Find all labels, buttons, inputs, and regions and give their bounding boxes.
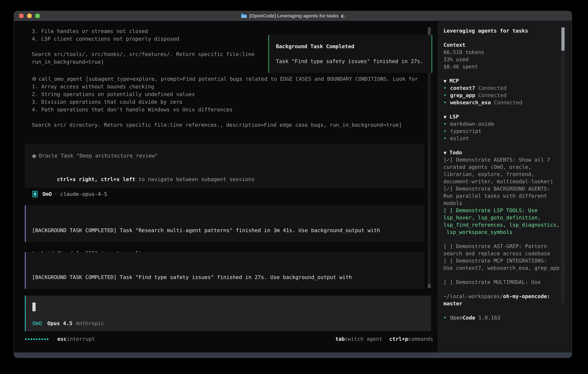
todo-line: models bbox=[443, 200, 572, 207]
prompt-input[interactable]: OmO Opus 4.5 Anthropic bbox=[25, 296, 431, 331]
agent-name: OmO bbox=[42, 191, 52, 197]
assistant-message-text: 3. File handles or streams not closed 4.… bbox=[32, 27, 254, 66]
lsp-section-header[interactable]: ▼LSP bbox=[443, 113, 572, 120]
opencode-terminal-window: [OpenCode] Leveraging agents for tasks ◐… bbox=[14, 11, 572, 358]
lsp-item: •typescript bbox=[443, 128, 572, 135]
oracle-task-card: ◉ Oracle Task "Deep architecture review"… bbox=[25, 144, 424, 187]
status-dot-icon: • bbox=[443, 128, 447, 134]
mcp-item: •context7Connected bbox=[443, 84, 572, 92]
chat-scrollbar-thumb-bottom[interactable] bbox=[428, 284, 431, 288]
text-cursor bbox=[32, 302, 36, 311]
tab-key-label: switch agent bbox=[345, 336, 382, 342]
todo-line: search and replace across codebase bbox=[443, 250, 572, 257]
background-task-card: [BACKGROUND TASK COMPLETED] Task "Resear… bbox=[25, 205, 424, 242]
todo-line: [ ] Demonstrate AST-GREP: Pattern bbox=[443, 243, 572, 250]
todo-line: document-writer, multimodal-looker) bbox=[443, 178, 572, 185]
lsp-list: •markdown-oxide•typescript•eslint bbox=[443, 120, 572, 142]
separator-dot: · bbox=[54, 191, 58, 197]
tool-call-line: ⚙call_omo_agent [subagent_type=explore, … bbox=[32, 75, 418, 83]
todo-done-lines: [✓] Demonstrate AGENTS: Show all 7curate… bbox=[443, 156, 572, 207]
todo-active-lines: [ ] Demonstrate LSP TOOLS: Uselsp_hover,… bbox=[443, 207, 572, 236]
todo-line: lsp_find_references, lsp_diagnostics, bbox=[443, 221, 572, 229]
subagent-navigation-hint: ctrl+x right, ctrl+x left to navigate be… bbox=[32, 168, 418, 191]
agent-header: OmO · claude-opus-4-5 bbox=[32, 190, 107, 198]
todo-line: lsp_hover, lsp_goto_definition, bbox=[443, 214, 572, 221]
todo-line: [✓] Demonstrate BACKGROUND AGENTS: bbox=[443, 185, 572, 192]
version-line: •OpenCode1.0.163 bbox=[443, 314, 572, 321]
todo-section-header[interactable]: ▼Todo bbox=[443, 149, 572, 156]
context-heading: Context bbox=[443, 41, 572, 49]
session-status-icon: ◐ bbox=[341, 13, 345, 18]
zoom-button[interactable] bbox=[35, 13, 40, 18]
background-task-toast: Background Task Completed Task "Find typ… bbox=[268, 35, 432, 73]
chevron-down-icon: ▼ bbox=[443, 115, 447, 119]
sidebar-scrollbar[interactable] bbox=[561, 28, 565, 303]
mcp-list: •context7Connected•grep_appConnected•web… bbox=[443, 84, 572, 106]
esc-key-hint: esc bbox=[57, 336, 67, 342]
ctrlp-key-label: commands bbox=[408, 336, 433, 342]
task-message-line1: [BACKGROUND TASK COMPLETED] Task "Resear… bbox=[32, 227, 418, 234]
minimize-button[interactable] bbox=[27, 13, 32, 18]
status-dot-icon: • bbox=[443, 85, 447, 91]
todo-pending-lines: [ ] Demonstrate AST-GREP: Patternsearch … bbox=[443, 243, 572, 272]
background-task-card: [BACKGROUND TASK COMPLETED] Task "Find t… bbox=[25, 252, 424, 289]
todo-line: Run parallel tasks with different bbox=[443, 192, 572, 200]
todo-line: [✓] Demonstrate AGENTS: Show all 7 bbox=[443, 156, 572, 163]
status-dot-icon: • bbox=[443, 135, 447, 141]
lsp-item: •eslint bbox=[443, 135, 572, 142]
todo-line: [ ] Demonstrate LSP TOOLS: Use bbox=[443, 207, 572, 214]
context-spent: $0.46 spent bbox=[443, 63, 572, 70]
mcp-item: •grep_appConnected bbox=[443, 92, 572, 99]
status-dot-icon: • bbox=[443, 92, 447, 98]
todo-line: lsp_workspace_symbols bbox=[443, 229, 572, 236]
toast-body: Task "Find type safety issues" finished … bbox=[276, 58, 425, 64]
session-sidebar: Leveraging agents for tasks Context 66,5… bbox=[438, 21, 572, 353]
oracle-task-title: Oracle Task "Deep architecture review" bbox=[39, 152, 158, 159]
todo-line: librarian, explore, frontend, bbox=[443, 171, 572, 178]
tab-key-hint: tab bbox=[335, 336, 345, 342]
status-bar: ▪▪▪▪▪▪▪▪▪ esc interrupt tab switch agent… bbox=[25, 335, 433, 343]
todo-line: [ ] Demonstrate MULTIMODAL: Use bbox=[443, 279, 572, 286]
chevron-down-icon: ▼ bbox=[443, 79, 447, 83]
assistant-message-text-2: 1. Array access without bounds checking … bbox=[32, 83, 402, 129]
traffic-lights bbox=[19, 11, 40, 21]
chevron-down-icon: ▼ bbox=[443, 151, 447, 155]
ctrlp-key-hint: ctrl+p bbox=[389, 336, 408, 342]
gear-icon: ⚙ bbox=[32, 76, 36, 82]
context-tokens: 66,518 tokens bbox=[443, 49, 572, 56]
tool-call-text: call_omo_agent [subagent_type=explore, p… bbox=[39, 76, 418, 82]
workspace-path: ~/local-workspaces/oh-my-opencode: bbox=[443, 293, 572, 300]
mcp-item: •websearch_exaConnected bbox=[443, 99, 572, 106]
window-titlebar[interactable]: [OpenCode] Leveraging agents for tasks ◐ bbox=[14, 11, 572, 21]
toast-title: Background Task Completed bbox=[276, 43, 425, 49]
activity-spinner-icon: ▪▪▪▪▪▪▪▪▪ bbox=[25, 337, 49, 341]
close-button[interactable] bbox=[19, 13, 24, 18]
window-title: [OpenCode] Leveraging agents for tasks ◐ bbox=[241, 13, 345, 19]
folder-icon bbox=[241, 13, 247, 18]
task-status-icon: ◉ bbox=[32, 152, 36, 159]
sidebar-scrollbar-thumb[interactable] bbox=[561, 28, 565, 51]
todo-line: curated agents (OmO, oracle, bbox=[443, 163, 572, 171]
todo-line: Use context7, websearch_exa, grep_app bbox=[443, 264, 572, 272]
todo-line: [ ] Demonstrate MCP INTEGRATIONS: bbox=[443, 257, 572, 264]
esc-key-label: interrupt bbox=[67, 336, 95, 342]
todo-pending-lines-2: [ ] Demonstrate MULTIMODAL: Use bbox=[443, 279, 572, 286]
prompt-model: Opus 4.5 bbox=[47, 320, 72, 326]
model-row: OmO Opus 4.5 Anthropic bbox=[32, 320, 104, 326]
context-used: 33% used bbox=[443, 56, 572, 63]
prompt-agent: OmO bbox=[32, 320, 42, 326]
prompt-provider: Anthropic bbox=[76, 320, 104, 326]
status-dot-icon: • bbox=[443, 121, 447, 127]
workspace-branch: master bbox=[443, 300, 572, 307]
mcp-section-header[interactable]: ▼MCP bbox=[443, 77, 572, 84]
agent-checkbox-icon bbox=[32, 191, 37, 197]
session-title: Leveraging agents for tasks bbox=[443, 27, 572, 34]
desktop-background: [OpenCode] Leveraging agents for tasks ◐… bbox=[0, 0, 588, 374]
agent-model: claude-opus-4-5 bbox=[60, 191, 107, 197]
status-dot-icon: • bbox=[443, 100, 447, 105]
task-message-line1: [BACKGROUND TASK COMPLETED] Task "Find t… bbox=[32, 273, 418, 281]
lsp-item: •markdown-oxide bbox=[443, 120, 572, 128]
window-title-text: [OpenCode] Leveraging agents for tasks bbox=[249, 13, 338, 19]
status-dot-icon: • bbox=[443, 315, 447, 321]
window-footer bbox=[14, 353, 572, 358]
